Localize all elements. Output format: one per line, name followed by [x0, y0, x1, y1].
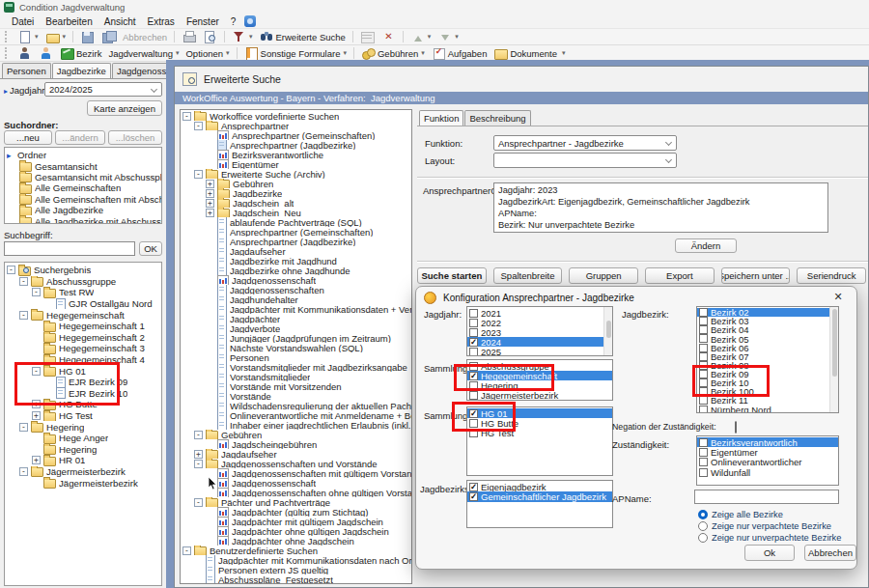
expand-icon[interactable]: + [32, 411, 41, 420]
action-button-export[interactable]: Export [645, 267, 715, 284]
list-item[interactable]: Bezirk 06 [697, 344, 838, 352]
save-all-button[interactable] [98, 29, 119, 44]
tree-item[interactable]: Bezirksverantwortliche [181, 150, 411, 159]
tree-item[interactable]: Jagdpächter [181, 314, 411, 323]
checked-checkbox[interactable] [469, 409, 478, 418]
unchecked-checkbox[interactable] [699, 468, 708, 477]
menu-help[interactable]: ? [225, 15, 242, 28]
scrollbar-thumb[interactable] [606, 321, 611, 338]
unchecked-checkbox[interactable] [699, 308, 708, 317]
list-item[interactable]: Bezirk 10 [697, 378, 838, 387]
unchecked-checkbox[interactable] [469, 319, 478, 327]
list-item[interactable]: Bezirksverantwortlich [697, 437, 838, 447]
collapse-icon[interactable]: - [194, 498, 203, 507]
tree-item[interactable]: Jagdpächter mit Kommunikationsdaten + Ve… [181, 304, 411, 314]
unchecked-checkbox[interactable] [469, 381, 478, 390]
person-blue-button[interactable] [36, 45, 56, 61]
list-item[interactable]: Jägermeisterbezirk [467, 391, 612, 401]
tree-item[interactable]: Jagdhundehalter [181, 294, 411, 304]
list-item[interactable]: 2024 [467, 337, 612, 347]
scrollbar[interactable] [829, 307, 838, 412]
checked-checkbox[interactable] [469, 483, 478, 491]
tree-item[interactable]: Alle Gemeinschaften [5, 182, 161, 193]
new-document-button[interactable]: ▾ [14, 29, 42, 44]
dialog-cancel-button[interactable]: Abbrechen [804, 545, 856, 561]
unchecked-checkbox[interactable] [699, 361, 708, 370]
action-button-gruppen[interactable]: Gruppen [569, 267, 638, 284]
collapse-icon[interactable]: - [182, 546, 191, 555]
expand-icon[interactable]: + [194, 450, 203, 459]
list-item[interactable]: HG 01 [467, 408, 612, 418]
jagdverwaltung-menu-button[interactable]: Jagdverwaltung▾ [105, 47, 182, 60]
action-button-spaltenbreite[interactable]: Spaltenbreite [493, 267, 563, 284]
toolbar-grip[interactable] [5, 31, 11, 42]
tree-item[interactable]: Vorstandsmitglieder [181, 372, 411, 381]
tree-item[interactable]: Jagdaufseher [181, 246, 411, 256]
tree-item[interactable]: EJR Bezirk 09 [5, 377, 161, 388]
print-button[interactable] [179, 29, 199, 44]
tree-item[interactable]: Jagdbezirke mit Jagdhund [181, 256, 411, 266]
tree-item[interactable]: Gesamtansicht [5, 160, 161, 171]
tree-item[interactable]: Hegering [5, 444, 161, 456]
tree-item[interactable]: +Jagdaufseher [181, 449, 411, 459]
tree-item[interactable]: -Pächter und Pachtverträge [181, 497, 411, 507]
expand-icon[interactable]: + [32, 400, 41, 408]
tree-item[interactable]: -Hegering [5, 421, 161, 433]
tree-item[interactable]: Alle Jagdbezirke mit Abschussplänen [5, 215, 161, 224]
tree-item[interactable]: Abschusspläne_Festgesetzt [181, 574, 411, 584]
optionen-menu-button[interactable]: Optionen▾ [182, 47, 232, 60]
unchecked-checkbox[interactable] [469, 429, 478, 437]
advanced-search-button[interactable]: Erweiterte Suche [257, 29, 349, 44]
action-button-speichern-unter[interactable]: Speichern unter ... [721, 267, 791, 284]
tree-item[interactable]: Nächste Vorstandswahlen (SQL) [181, 343, 411, 352]
tree-item[interactable]: Jagdpächter ohne Jagdschein [181, 536, 411, 546]
tree-item[interactable]: +Jagdschein_Neu [181, 208, 411, 217]
radio-option[interactable]: Zeige nur verpachtete Bezirke [698, 520, 841, 531]
ansprechpartner-config-text[interactable]: Jagdjahr: 2023 JagdbezirkArt: Eigenjagdb… [493, 182, 828, 233]
list-item[interactable]: 2023 [467, 327, 612, 337]
save-button[interactable] [77, 29, 98, 44]
folder-new-button[interactable]: ...neu [4, 130, 52, 145]
scrollbar-thumb[interactable] [832, 309, 837, 377]
expand-icon[interactable]: + [206, 189, 214, 198]
tree-item[interactable]: +Gebühren [181, 179, 411, 188]
unchecked-checkbox[interactable] [469, 309, 478, 318]
tree-item[interactable]: Gesamtansicht mit Abschussplänen [5, 172, 161, 182]
tree-item[interactable]: Jagdgenossenschaft [181, 275, 411, 285]
tree-item[interactable]: Alle Gemeinschaften mit Abschussplänen [5, 194, 161, 205]
unchecked-checkbox[interactable] [699, 334, 708, 343]
tree-item[interactable]: -Ansprechpartner [181, 121, 411, 130]
list-item[interactable]: Eigentümer [697, 447, 838, 457]
tree-item[interactable]: Jagdpächter mit gültigem Jagdschein [181, 517, 411, 526]
menu-fenster[interactable]: Fenster [181, 15, 225, 28]
tree-item[interactable]: EJR Bezirk 10 [5, 388, 161, 400]
tree-item[interactable]: Jagdbezirke ohne Jagdhunde [181, 266, 411, 275]
unchecked-checkbox[interactable] [469, 391, 478, 400]
list-item[interactable]: Bezirk 02 [697, 308, 838, 317]
unchecked-checkbox[interactable] [699, 370, 708, 378]
sonstige-formulare-button[interactable]: Sonstige Formulare▾ [241, 45, 350, 61]
list-item[interactable]: Hegegemeinschaft [467, 371, 612, 380]
tree-item[interactable]: Jagdgenossenschaften [181, 285, 411, 294]
radio-option[interactable]: Zeige nur unverpachtete Bezirke [698, 532, 841, 543]
menu-ansicht[interactable]: Ansicht [98, 15, 142, 28]
tree-item[interactable]: Hege Anger [5, 433, 161, 444]
tree-item[interactable]: Ansprechpartner (Jagdbezirke) [181, 140, 411, 150]
dialog-ok-button[interactable]: Ok [744, 545, 795, 561]
tree-item[interactable]: Wildschadensregulierung der aktuellen Pa… [181, 401, 411, 410]
list-item[interactable]: Abschussgruppe [467, 361, 612, 371]
tree-item[interactable]: -Hegegemeinschaft [5, 309, 161, 321]
jagdjahr-select[interactable]: 2024/2025 [44, 82, 162, 97]
list-item[interactable]: Bezirk 04 [697, 325, 838, 334]
unchecked-checkbox[interactable] [699, 344, 708, 352]
filter-button[interactable]: ▾ [229, 29, 256, 44]
tree-item[interactable]: Jagdpächter mit Kommunikationsdaten nach… [181, 555, 411, 565]
bezirk-button[interactable]: Bezirk [57, 45, 104, 61]
list-item[interactable]: Wildunfall [697, 467, 838, 477]
list-item[interactable]: Bezirk 100 [697, 387, 838, 396]
list-item[interactable]: Nürnberg Nord [697, 406, 838, 413]
tree-item[interactable]: Jägermeisterbezirk [5, 477, 161, 489]
unchecked-checkbox[interactable] [699, 438, 708, 447]
layout-select[interactable] [493, 153, 677, 168]
collapse-icon[interactable]: - [194, 431, 203, 439]
